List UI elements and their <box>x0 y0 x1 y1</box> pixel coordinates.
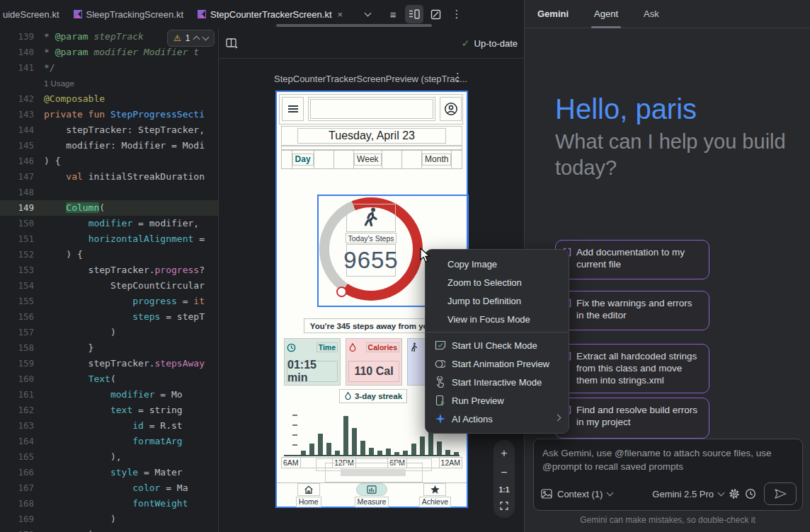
code-line[interactable]: 147 val initialStreakDuration <box>0 169 218 185</box>
period-tabs: DayWeekMonth <box>281 150 462 169</box>
tab-guide-screen[interactable]: uideScreen.kt <box>0 0 67 28</box>
preview-layout-icon[interactable] <box>226 38 238 49</box>
attach-image-icon[interactable] <box>541 489 552 499</box>
code-line[interactable]: 161 modifier = Mo <box>0 387 218 403</box>
time-card[interactable]: Time 01:15 min <box>284 338 341 386</box>
period-tab-week[interactable]: Week <box>354 150 382 169</box>
line-number: 165 <box>0 449 44 465</box>
code-line[interactable]: 160 Text( <box>0 371 218 387</box>
code-line[interactable]: 145 modifier: Modifier = Modi <box>0 138 218 154</box>
code-line[interactable]: 165 ), <box>0 449 218 465</box>
zoom-out-button[interactable]: − <box>501 467 507 478</box>
menu-item-zoom-to-selection[interactable]: Zoom to Selection <box>426 273 569 291</box>
menu-button[interactable] <box>282 97 304 121</box>
code-line[interactable]: 158 } <box>0 340 218 356</box>
code-line[interactable]: 150 modifier = modifier, <box>0 216 218 231</box>
menu-item-ai-actions[interactable]: AI Actions <box>426 410 569 428</box>
chart-bar <box>309 444 314 455</box>
code-line[interactable]: 144 stepTracker: StepTracker, <box>0 122 218 138</box>
menu-item-view-in-focus-mode[interactable]: View in Focus Mode <box>426 310 569 328</box>
code-line[interactable]: 152 ) { <box>0 247 218 262</box>
next-issue-icon[interactable] <box>202 34 210 41</box>
context-selector[interactable]: Context (1) <box>557 489 603 499</box>
code-line[interactable]: 166 style = Mater <box>0 465 218 480</box>
code-line[interactable]: 155 progress = it <box>0 294 218 309</box>
code-line[interactable]: 149 Column( <box>0 200 218 216</box>
code-editor[interactable]: 139* @param stepTrack140* @param modifie… <box>0 28 218 532</box>
code-line[interactable]: 167 color = Ma <box>0 480 218 496</box>
tab-list-chevron-icon[interactable] <box>358 5 377 23</box>
code-line[interactable]: 151 horizontalAlignment = <box>0 231 218 247</box>
tab-ask[interactable]: Ask <box>644 0 659 28</box>
previous-issue-icon[interactable] <box>193 36 200 43</box>
nav-home[interactable]: Home <box>277 483 340 507</box>
device-preview-icon[interactable] <box>426 5 445 23</box>
streak-badge: 3-day streak <box>339 389 407 403</box>
code-line[interactable]: 169 ) <box>0 511 218 527</box>
steps-away-text: You're 345 steps away from your <box>304 318 443 333</box>
menu-item-start-ui-check-mode[interactable]: Start UI Check Mode <box>426 336 569 354</box>
code-line[interactable]: 148 <box>0 185 218 200</box>
line-number: 152 <box>0 247 44 262</box>
tab-sleep-tracking-screen[interactable]: SleepTrackingScreen.kt <box>67 0 191 28</box>
code-line[interactable]: 142@Composable <box>0 91 218 107</box>
calories-card[interactable]: Calories 110 Cal <box>346 338 402 386</box>
search-field[interactable] <box>308 97 435 121</box>
profile-button[interactable] <box>440 97 462 121</box>
zoom-in-button[interactable]: + <box>501 448 507 459</box>
period-tab-month[interactable]: Month <box>422 150 452 169</box>
code-line[interactable]: 164 formatArg <box>0 434 218 449</box>
code-line[interactable]: 154 StepCountCircular <box>0 278 218 294</box>
layout-ghost-fill <box>341 469 406 476</box>
menu-item-start-animation-preview[interactable]: Start Animation Preview <box>426 354 569 373</box>
gemini-input-box[interactable]: Ask Gemini, use @filename to attach sour… <box>533 439 803 511</box>
code-line[interactable]: 159 stepTracker.stepsAway <box>0 356 218 371</box>
tab-agent[interactable]: Agent <box>594 0 618 28</box>
code-line[interactable]: 163 id = R.st <box>0 418 218 434</box>
zoom-level[interactable]: 1:1 <box>498 485 509 494</box>
suggestion-card[interactable]: Extract all hardcoded strings from this … <box>555 344 709 393</box>
line-number: 141 <box>0 60 44 76</box>
x-label: 12AM <box>439 457 462 468</box>
code-line[interactable]: 1 Usage <box>0 76 218 91</box>
history-clock-icon[interactable] <box>745 488 756 499</box>
fit-to-screen-icon[interactable] <box>500 502 508 510</box>
model-selector[interactable]: Gemini 2.5 Pro <box>652 489 714 499</box>
settings-gear-icon[interactable] <box>729 488 740 499</box>
tab-label: StepCounterTrackerScreen.kt <box>210 9 331 20</box>
code-line[interactable]: 143private fun StepProgressSecti <box>0 107 218 122</box>
code-line[interactable]: 146) { <box>0 154 218 169</box>
period-tab-cell <box>382 150 402 169</box>
code-line[interactable]: 141*/ <box>0 60 218 76</box>
menu-item-start-interactive-mode[interactable]: Start Interactive Mode <box>426 373 569 391</box>
split-view-icon[interactable] <box>405 5 423 23</box>
close-tab-icon[interactable]: × <box>338 9 343 20</box>
menu-item-run-preview[interactable]: Run Preview <box>426 391 569 410</box>
code-line[interactable]: 162 text = string <box>0 403 218 418</box>
code-line[interactable]: 153 stepTracker.progress? <box>0 262 218 278</box>
suggestion-card[interactable]: Find and resolve build errors in my proj… <box>555 398 709 439</box>
tab-scroll-indicator[interactable] <box>276 24 432 27</box>
nav-measure[interactable]: Measure <box>340 483 403 507</box>
flame-icon <box>348 343 357 352</box>
status-label: Up-to-date <box>474 38 518 49</box>
period-tab-cell <box>334 150 354 169</box>
code-view-icon[interactable]: ≡ <box>384 5 402 23</box>
code-line[interactable]: 170 ) <box>0 527 218 532</box>
suggestion-card[interactable]: Add documentation to my current file <box>555 240 709 279</box>
code-line[interactable]: 157 ) <box>0 325 218 340</box>
chevron-down-icon <box>718 490 725 497</box>
send-button[interactable] <box>764 482 797 505</box>
code-line[interactable]: 156 steps = stepT <box>0 309 218 325</box>
suggestion-card[interactable]: Fix the warnings and errors in the edito… <box>555 291 709 330</box>
menu-item-copy-image[interactable]: Copy Image <box>426 255 569 273</box>
inspection-widget[interactable]: ⚠ 1 <box>167 30 215 47</box>
more-options-kebab-icon[interactable]: ⋮ <box>447 5 466 23</box>
nav-achieve[interactable]: Achieve <box>404 483 467 507</box>
code-line[interactable]: 168 fontWeight <box>0 496 218 511</box>
preview-kebab-icon[interactable]: ⋮ <box>452 71 463 83</box>
menu-item-jump-to-definition[interactable]: Jump to Definition <box>426 291 569 310</box>
chart-bar <box>369 448 374 455</box>
period-tab-day[interactable]: Day <box>292 150 314 169</box>
code-line[interactable]: 140* @param modifier Modifier t <box>0 45 218 60</box>
